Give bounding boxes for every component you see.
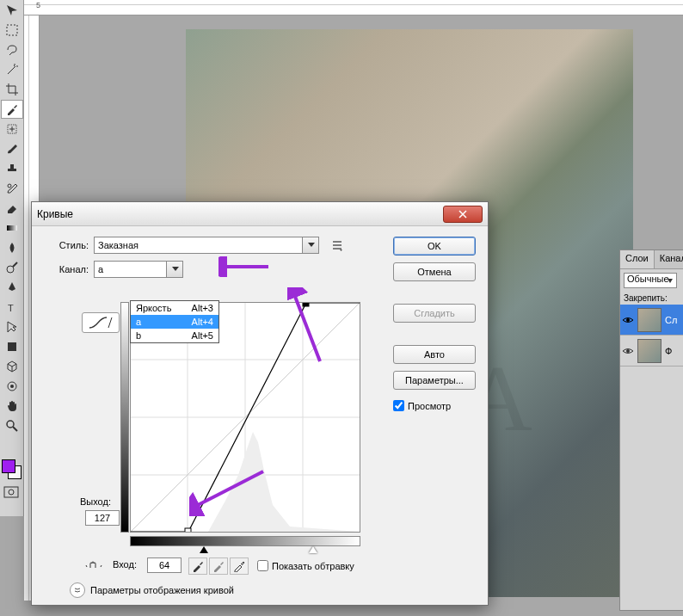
- path-select-tool[interactable]: [1, 317, 23, 336]
- marquee-tool[interactable]: [1, 21, 23, 40]
- style-label: Стиль:: [44, 240, 89, 250]
- svg-rect-3: [7, 225, 17, 231]
- channel-option-brightness[interactable]: Яркость Alt+3: [131, 301, 218, 315]
- chevron-down-icon: [308, 243, 315, 247]
- channel-value: a: [98, 264, 103, 274]
- history-brush-tool[interactable]: [1, 179, 23, 198]
- zoom-tool[interactable]: [1, 416, 23, 435]
- blend-mode-value: Обычные: [627, 274, 669, 284]
- style-combo[interactable]: Заказная: [94, 237, 319, 254]
- visibility-eye-icon[interactable]: [622, 314, 634, 326]
- input-gradient: [130, 536, 360, 546]
- layer-row-2[interactable]: Ф: [620, 336, 683, 367]
- lock-label: Закрепить:: [620, 292, 683, 305]
- svg-rect-20: [185, 528, 191, 532]
- horizontal-ruler: 5: [24, 0, 683, 15]
- layer-name: Сл: [665, 315, 677, 325]
- lasso-tool[interactable]: [1, 40, 23, 59]
- output-gradient: [120, 302, 129, 533]
- disclosure-label: Параметры отображения кривой: [90, 585, 234, 595]
- svg-point-4: [7, 266, 14, 273]
- foreground-color-swatch[interactable]: [2, 459, 15, 473]
- dialog-body: Стиль: Заказная Канал: a Ярко: [32, 226, 488, 605]
- svg-point-9: [7, 421, 14, 428]
- svg-point-2: [8, 184, 11, 188]
- black-point-eyedropper[interactable]: [188, 557, 207, 575]
- white-point-eyedropper[interactable]: [230, 557, 249, 575]
- 3d-cam-tool[interactable]: [1, 377, 23, 396]
- tab-layers[interactable]: Слои: [620, 250, 655, 268]
- channel-label: Канал:: [44, 264, 89, 274]
- output-field[interactable]: [85, 510, 120, 526]
- channel-option-a[interactable]: a Alt+4: [131, 315, 218, 329]
- preview-checkbox[interactable]: Просмотр: [393, 400, 476, 411]
- blur-tool[interactable]: [1, 238, 23, 257]
- shape-tool[interactable]: [1, 337, 23, 356]
- color-swatches[interactable]: [2, 459, 21, 478]
- curves-dialog: Кривые Стиль: Заказная Канал: a: [31, 201, 489, 606]
- svg-rect-21: [303, 303, 309, 306]
- svg-point-25: [626, 318, 630, 322]
- quickmask-toggle[interactable]: [3, 486, 19, 500]
- chevron-down-icon: [172, 267, 179, 271]
- white-point-slider[interactable]: [309, 546, 317, 553]
- stamp-tool[interactable]: [1, 159, 23, 178]
- show-clipping-checkbox[interactable]: Показать обтравку: [257, 560, 354, 571]
- svg-point-8: [10, 385, 14, 388]
- options-button[interactable]: Параметры...: [393, 371, 476, 390]
- channel-combo[interactable]: a: [94, 261, 183, 278]
- smooth-button[interactable]: Сгладить: [393, 304, 476, 323]
- crop-tool[interactable]: [1, 80, 23, 99]
- healing-tool[interactable]: [1, 120, 23, 139]
- photoshop-workspace: T 5 D-NA Кривые Стиль:: [0, 0, 683, 616]
- cancel-button[interactable]: Отмена: [393, 262, 476, 281]
- close-button[interactable]: [443, 206, 483, 223]
- targeted-adjust-tool[interactable]: [85, 560, 102, 577]
- blend-mode-combo[interactable]: Обычные: [624, 273, 677, 288]
- brush-tool[interactable]: [1, 139, 23, 158]
- tab-channels[interactable]: Канал: [655, 250, 683, 268]
- auto-button[interactable]: Авто: [393, 345, 476, 364]
- eyedropper-tool[interactable]: [1, 100, 23, 119]
- preset-menu-button[interactable]: [329, 237, 345, 253]
- eraser-tool[interactable]: [1, 199, 23, 218]
- preview-label: Просмотр: [408, 401, 451, 411]
- show-clipping-input[interactable]: [257, 560, 268, 571]
- panel-tabs: Слои Канал: [620, 250, 683, 269]
- style-value: Заказная: [98, 240, 138, 250]
- move-tool[interactable]: [1, 1, 23, 20]
- pen-tool[interactable]: [1, 278, 23, 297]
- input-label: Вход:: [113, 559, 137, 570]
- magic-wand-tool[interactable]: [1, 60, 23, 79]
- 3d-tool[interactable]: [1, 357, 23, 376]
- dodge-tool[interactable]: [1, 258, 23, 277]
- curve-point-tool[interactable]: [82, 312, 120, 333]
- layer-row-1[interactable]: Сл: [620, 305, 683, 336]
- svg-point-26: [626, 349, 630, 353]
- channel-option-b[interactable]: b Alt+5: [131, 329, 218, 342]
- ok-button[interactable]: OK: [393, 237, 476, 256]
- show-clipping-label: Показать обтравку: [272, 561, 354, 571]
- layer-name: Ф: [665, 346, 672, 356]
- toolbox: T: [0, 0, 24, 516]
- type-tool[interactable]: T: [1, 298, 23, 317]
- disclosure-button[interactable]: [70, 582, 85, 598]
- dialog-titlebar[interactable]: Кривые: [32, 202, 488, 226]
- hand-tool[interactable]: [1, 397, 23, 416]
- svg-point-11: [9, 490, 14, 495]
- svg-rect-0: [7, 25, 17, 35]
- input-field[interactable]: [147, 557, 182, 573]
- curve-display-disclosure[interactable]: Параметры отображения кривой: [70, 582, 234, 598]
- layer-thumbnail: [637, 308, 661, 332]
- chevron-down-icon: [73, 586, 82, 594]
- visibility-eye-icon[interactable]: [622, 345, 634, 357]
- layers-panel: Слои Канал Обычные Закрепить: Сл Ф: [619, 249, 683, 611]
- gradient-tool[interactable]: [1, 219, 23, 237]
- black-point-slider[interactable]: [200, 546, 208, 553]
- dialog-title: Кривые: [37, 208, 443, 220]
- channel-dropdown-list[interactable]: Яркость Alt+3 a Alt+4 b Alt+5: [130, 300, 219, 343]
- svg-text:T: T: [8, 303, 14, 313]
- svg-rect-6: [8, 342, 16, 351]
- gray-point-eyedropper[interactable]: [209, 557, 228, 575]
- preview-input[interactable]: [393, 400, 404, 411]
